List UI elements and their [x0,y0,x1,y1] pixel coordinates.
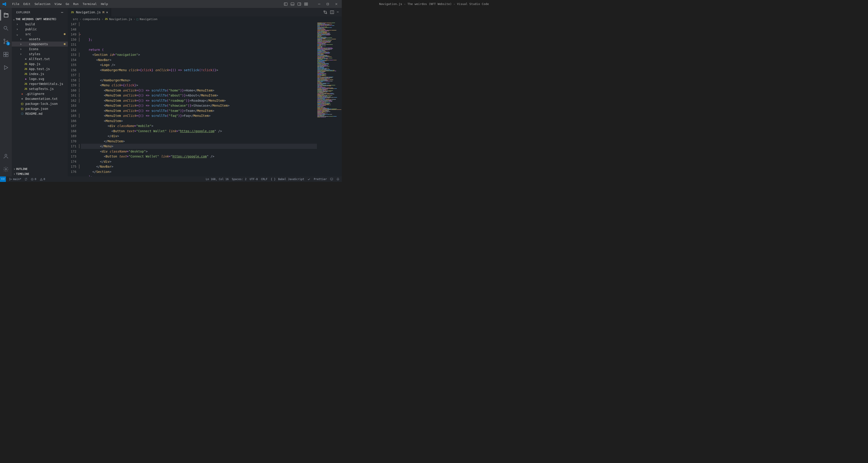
menu-selection[interactable]: Selection [33,1,52,6]
sync-status[interactable] [24,177,28,181]
tree-item-src[interactable]: ⌄src [12,32,68,37]
svg-icon: ◆ [24,77,28,81]
remote-indicator[interactable] [0,176,6,182]
scm-badge: 1 [6,42,10,45]
outline-section[interactable]: ›OUTLINE [12,167,68,171]
sidebar-more-icon[interactable]: ⋯ [61,10,63,14]
svg-rect-20 [6,52,8,54]
editor-tab-navigation[interactable]: JS Navigation.js M ✕ [68,8,111,16]
svg-rect-0 [284,3,287,5]
svg-point-25 [5,169,7,170]
minimap[interactable] [317,22,342,176]
status-bar: main* 0 0 Ln 168, Col 16 Spaces: 2 UTF-8… [0,176,342,182]
layout-panel-right-icon[interactable] [297,1,302,7]
tree-item-icons[interactable]: ›Icons [12,46,68,52]
explorer-activity[interactable] [0,10,11,21]
menu-edit[interactable]: Edit [22,1,32,6]
svg-rect-6 [305,3,306,4]
js-icon: JS [24,82,28,86]
tab-close-icon[interactable]: ✕ [106,10,108,14]
tree-item-assets[interactable]: ›assets [12,37,68,41]
folder-icon [20,32,24,36]
svg-point-30 [9,178,10,178]
maximize-button[interactable] [324,1,331,7]
menu-run[interactable]: Run [71,1,80,6]
md-icon: ⓘ [20,112,24,115]
accounts-activity[interactable] [0,151,11,162]
cursor-position-status[interactable]: Ln 168, Col 16 [206,177,228,181]
tree-item-app-test-js[interactable]: JSApp.test.js [12,66,68,71]
breadcrumbs[interactable]: src› components› JS Navigation.js› ⬚ Nav… [68,16,342,22]
source-control-activity[interactable]: 1 [0,36,11,47]
tree-item-package-lock-json[interactable]: {}package-lock.json [12,101,68,106]
compare-changes-icon[interactable] [323,10,327,14]
chevron-icon: › [20,52,23,56]
split-editor-icon[interactable] [330,10,334,14]
tree-item-alltext-txt[interactable]: ≡AllText.txt [12,57,68,62]
indentation-status[interactable]: Spaces: 2 [232,177,246,181]
menu-terminal[interactable]: Terminal [81,1,99,6]
language-mode-status[interactable]: { } Babel JavaScript [271,177,304,181]
more-actions-icon[interactable]: ⋯ [337,10,339,14]
tree-item-package-json[interactable]: {}package.json [12,106,68,111]
close-button[interactable] [333,1,340,7]
workspace-folder-header[interactable]: ⌄ THE WEIRDOS (NFT WEBSITE) [12,17,68,22]
problems-status[interactable]: 0 0 [31,177,45,181]
tree-item--gitignore[interactable]: ◈.gitignore [12,91,68,96]
layout-panel-bottom-icon[interactable] [290,1,295,7]
svg-rect-38 [331,178,333,180]
prettier-status[interactable]: Prettier [307,177,327,181]
svg-point-27 [326,13,327,14]
chevron-right-icon: › [13,167,15,171]
sidebar-title: EXPLORER [16,11,30,14]
svg-rect-8 [305,4,306,5]
menu-go[interactable]: Go [64,1,71,6]
line-number-gutter[interactable]: 1471481491501511521531541551561571581591… [68,22,81,176]
feedback-status[interactable] [330,177,333,181]
chevron-icon: › [16,22,19,26]
code-editor[interactable]: ▸ }; return ( <Section id="navigation"> … [81,22,317,176]
search-activity[interactable] [0,23,11,34]
menu-view[interactable]: View [53,1,63,6]
run-debug-activity[interactable] [0,62,11,73]
menu-help[interactable]: Help [99,1,110,6]
chevron-icon: › [20,47,23,51]
settings-activity[interactable] [0,164,11,175]
minimize-button[interactable] [315,1,323,7]
tree-item-documentation-txt[interactable]: ≡Documentation.txt [12,96,68,101]
folder-icon [20,22,24,26]
layout-panel-left-icon[interactable] [283,1,288,7]
js-icon: JS [24,72,28,76]
notifications-status[interactable] [336,177,340,181]
modified-indicator [64,43,66,45]
folder-icon [20,27,24,31]
menu-file[interactable]: File [10,1,21,6]
encoding-status[interactable]: UTF-8 [250,177,258,181]
chevron-icon: › [20,37,23,41]
tree-item-readme-md[interactable]: ⓘREADME.md [12,111,68,116]
chevron-down-icon: ⌄ [13,18,15,21]
tree-item-index-js[interactable]: JSindex.js [12,71,68,76]
tree-item-public[interactable]: ›public [12,27,68,32]
svg-point-26 [324,11,325,12]
chevron-icon: ⌄ [16,32,19,36]
tree-item-build[interactable]: ›build [12,22,68,27]
layout-grid-icon[interactable] [303,1,309,7]
tree-item-setuptests-js[interactable]: JSsetupTests.js [12,86,68,91]
eol-status[interactable]: CRLF [261,177,268,181]
svg-point-32 [11,179,11,179]
tree-item-reportwebvitals-js[interactable]: JSreportWebVitals.js [12,81,68,86]
timeline-section[interactable]: ›TIMELINE [12,171,68,176]
svg-point-16 [4,39,5,40]
tab-filename: Navigation.js [76,10,101,14]
tree-item-styles[interactable]: ›styles [12,52,68,57]
tree-item-app-js[interactable]: JSApp.js [12,62,68,66]
folder-icon [24,37,28,41]
extensions-activity[interactable] [0,49,11,60]
svg-point-24 [5,154,7,156]
svg-rect-9 [306,4,308,5]
git-branch-status[interactable]: main* [9,177,21,181]
tree-item-components[interactable]: ›components [12,41,68,46]
tree-item-logo-svg[interactable]: ◆logo.svg [12,76,68,81]
folder-icon [24,47,28,51]
